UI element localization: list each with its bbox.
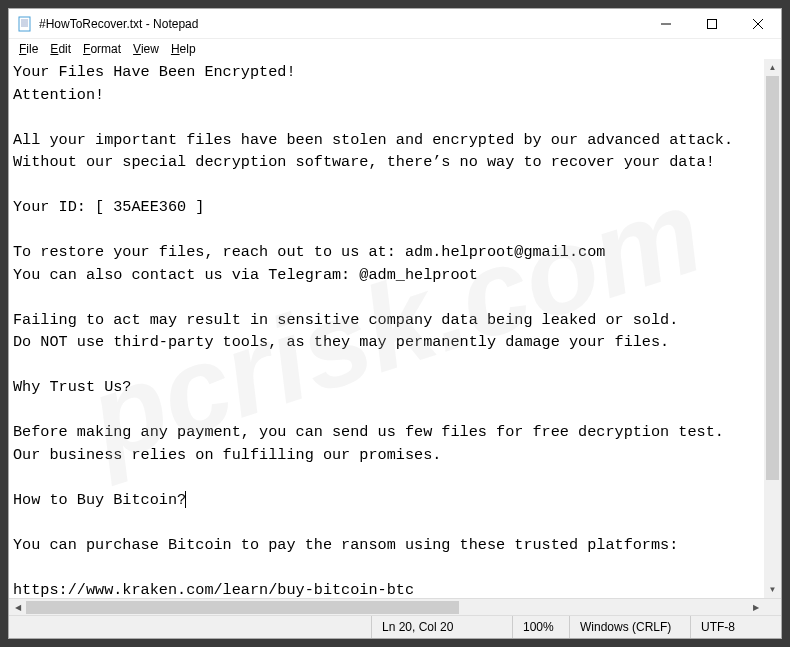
menu-view[interactable]: View (127, 41, 165, 57)
menu-file[interactable]: File (13, 41, 44, 57)
text-line: Why Trust Us? (13, 378, 131, 396)
horizontal-scrollbar[interactable]: ◀ ▶ (9, 598, 781, 615)
text-line: All your important files have been stole… (13, 131, 733, 149)
scroll-right-arrow[interactable]: ▶ (747, 599, 764, 616)
scroll-track-vertical[interactable] (764, 76, 781, 581)
text-editor[interactable]: Your Files Have Been Encrypted! Attentio… (9, 59, 781, 598)
text-line: Do NOT use third-party tools, as they ma… (13, 333, 669, 351)
notepad-window: #HowToRecover.txt - Notepad File Edit Fo… (8, 8, 782, 639)
text-line: To restore your files, reach out to us a… (13, 243, 605, 261)
text-line: You can also contact us via Telegram: @a… (13, 266, 478, 284)
status-line-ending: Windows (CRLF) (570, 616, 690, 638)
status-encoding: UTF-8 (691, 616, 781, 638)
scrollbar-corner (764, 599, 781, 616)
svg-rect-6 (708, 20, 717, 29)
scroll-track-horizontal[interactable] (26, 599, 747, 616)
window-controls (643, 9, 781, 38)
vertical-scrollbar[interactable]: ▲ ▼ (764, 59, 781, 598)
text-caret (185, 491, 186, 508)
status-position: Ln 20, Col 20 (372, 616, 512, 638)
titlebar[interactable]: #HowToRecover.txt - Notepad (9, 9, 781, 39)
scroll-thumb-vertical[interactable] (766, 76, 779, 480)
notepad-icon (17, 16, 33, 32)
content-area: Your Files Have Been Encrypted! Attentio… (9, 59, 781, 615)
minimize-button[interactable] (643, 9, 689, 39)
text-line: Without our special decryption software,… (13, 153, 715, 171)
outer-frame: #HowToRecover.txt - Notepad File Edit Fo… (0, 0, 790, 647)
menu-format[interactable]: Format (77, 41, 127, 57)
text-line: https://www.kraken.com/learn/buy-bitcoin… (13, 581, 414, 599)
menu-help[interactable]: Help (165, 41, 202, 57)
text-line: Our business relies on fulfilling our pr… (13, 446, 441, 464)
scroll-thumb-horizontal[interactable] (26, 601, 459, 614)
status-zoom: 100% (513, 616, 569, 638)
maximize-button[interactable] (689, 9, 735, 39)
window-title: #HowToRecover.txt - Notepad (39, 17, 643, 31)
menubar: File Edit Format View Help (9, 39, 781, 59)
statusbar: Ln 20, Col 20 100% Windows (CRLF) UTF-8 (9, 615, 781, 638)
menu-edit[interactable]: Edit (44, 41, 77, 57)
text-line: Failing to act may result in sensitive c… (13, 311, 678, 329)
scroll-down-arrow[interactable]: ▼ (764, 581, 781, 598)
scroll-left-arrow[interactable]: ◀ (9, 599, 26, 616)
text-line: Your ID: [ 35AEE360 ] (13, 198, 204, 216)
text-line: Before making any payment, you can send … (13, 423, 724, 441)
scroll-up-arrow[interactable]: ▲ (764, 59, 781, 76)
text-line: Attention! (13, 86, 104, 104)
text-line: You can purchase Bitcoin to pay the rans… (13, 536, 678, 554)
text-line: Your Files Have Been Encrypted! (13, 63, 296, 81)
close-button[interactable] (735, 9, 781, 39)
text-line: How to Buy Bitcoin? (13, 491, 186, 509)
